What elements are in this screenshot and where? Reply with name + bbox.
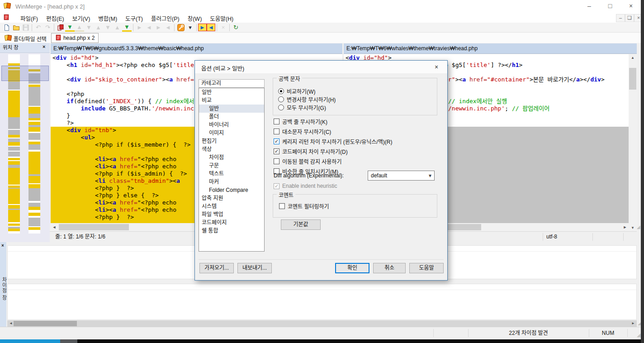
- category-item-편집기[interactable]: 편집기: [199, 137, 264, 145]
- scroll-right-icon[interactable]: ►: [630, 320, 637, 327]
- first-diff-icon[interactable]: ▼: [103, 23, 113, 32]
- vertical-scrollbar[interactable]: ▲ ▼: [629, 54, 637, 231]
- prev-diff-icon[interactable]: ▲: [75, 23, 84, 32]
- copy-all-right-icon[interactable]: ►: [198, 24, 207, 31]
- diff-map-stripe: [8, 168, 20, 184]
- left-file-path-header[interactable]: E:₩Temp₩T₩6₩gnuboard5.3.3.3₩theme₩basic₩…: [51, 43, 342, 54]
- category-item-마커[interactable]: 마커: [199, 178, 264, 186]
- help-button[interactable]: 도움말: [409, 263, 444, 273]
- new-file-icon[interactable]: [2, 23, 11, 32]
- next-conflict-icon[interactable]: ▼: [84, 23, 94, 32]
- window-resize-grip[interactable]: ◢: [637, 332, 640, 338]
- toolbar-separator: [217, 24, 217, 31]
- minimize-button[interactable]: –: [580, 0, 598, 13]
- whitespace-radio[interactable]: 비교하기(W): [278, 87, 315, 95]
- compare-option-checkbox[interactable]: 이동된 블럭 감지 사용하기: [274, 157, 341, 165]
- category-item-일반[interactable]: 일반: [199, 88, 264, 96]
- category-item-코드페이지[interactable]: 코드페이지: [199, 219, 264, 227]
- diff-pane-scroll-thumb[interactable]: [14, 321, 77, 326]
- diff-pane-h-scrollbar[interactable]: ◄ ►: [7, 320, 637, 327]
- diff-pane-close-icon[interactable]: ×: [1, 243, 4, 248]
- comment-filter-checkbox[interactable]: 코멘트 필터링하기: [279, 202, 329, 210]
- import-button[interactable]: 가져오기...: [199, 263, 234, 273]
- category-item-이미지[interactable]: 이미지: [199, 129, 264, 137]
- open-file-icon[interactable]: [11, 23, 21, 32]
- left-h-scroll-thumb[interactable]: [59, 224, 129, 230]
- mdi-restore-button[interactable]: ❏: [625, 14, 634, 22]
- current-diff-icon[interactable]: ▼: [122, 23, 132, 32]
- compare-option-checkbox[interactable]: 공백 줄 무시하기(K): [274, 118, 327, 125]
- location-map-right[interactable]: [28, 54, 40, 233]
- diff-detail-bottom-pane[interactable]: [7, 284, 637, 320]
- auto-merge-icon[interactable]: ×: [218, 23, 228, 32]
- save-icon[interactable]: [21, 23, 30, 32]
- export-button[interactable]: 내보내기...: [237, 263, 272, 273]
- category-item-텍스트[interactable]: 텍스트: [199, 170, 264, 178]
- code-line: }: [52, 112, 70, 119]
- category-item-구문[interactable]: 구문: [199, 162, 264, 170]
- prev-conflict-icon[interactable]: ▲: [94, 23, 103, 32]
- category-item-Folder-Compare[interactable]: Folder Compare: [199, 186, 264, 194]
- whitespace-radio[interactable]: 변경사항 무시하기(H): [278, 95, 336, 103]
- copy-left-icon[interactable]: ◄: [144, 23, 154, 32]
- category-tree[interactable]: 일반비교일반폴더바이너리이미지편집기색상차이점구문텍스트마커Folder Com…: [199, 88, 265, 252]
- copy-right-advance-icon[interactable]: ►: [154, 23, 163, 32]
- compare-option-checkbox[interactable]: 대소문자 무시하기(C): [274, 128, 331, 135]
- plugins-wrench-icon[interactable]: [176, 23, 185, 32]
- compare-icon[interactable]: [56, 23, 65, 32]
- next-diff-icon[interactable]: ▼: [65, 23, 75, 32]
- location-visible-area[interactable]: [1, 66, 49, 81]
- vertical-scroll-thumb[interactable]: [629, 68, 636, 90]
- mdi-minimize-button[interactable]: –: [616, 14, 625, 22]
- category-item-파일-백업[interactable]: 파일 백업: [199, 210, 264, 219]
- category-item-일반[interactable]: 일반: [199, 105, 264, 113]
- category-item-색상[interactable]: 색상: [199, 145, 264, 153]
- tab-head.php-x-2[interactable]: head.php x 2: [51, 33, 99, 43]
- scroll-up-icon[interactable]: ▲: [629, 56, 637, 60]
- compare-option-checkbox[interactable]: ✓케리지 리턴 차이 무시하기 (윈도우/유닉스/맥)(R): [274, 138, 392, 145]
- location-map-left[interactable]: [8, 54, 20, 233]
- defaults-button[interactable]: 기본값: [281, 219, 321, 230]
- copy-left-advance-icon[interactable]: ◄: [163, 23, 173, 32]
- cancel-button[interactable]: 취소: [373, 263, 406, 273]
- right-file-path-header[interactable]: E:₩Temp₩T₩6₩whales₩theme₩travies₩head.ph…: [344, 43, 637, 54]
- category-item-시스템[interactable]: 시스템: [199, 202, 264, 210]
- category-item-바이너리[interactable]: 바이너리: [199, 121, 264, 129]
- toolbar-separator: [174, 24, 175, 31]
- diff-map-stripe: [28, 184, 40, 188]
- taskbar-blue-segment: [0, 339, 60, 343]
- scroll-left-icon[interactable]: ◄: [51, 223, 58, 231]
- plugins-menu-caret-icon[interactable]: ▾: [185, 23, 195, 32]
- close-button[interactable]: ×: [622, 0, 640, 13]
- category-item-압축-지원[interactable]: 압축 지원: [199, 194, 264, 202]
- indent-heuristic-checkbox[interactable]: ✓ Enable indent heuristic: [274, 182, 337, 190]
- refresh-icon[interactable]: ↻: [231, 23, 241, 32]
- tab-폴더/파일-선택[interactable]: 폴더/파일 선택: [1, 34, 50, 43]
- location-pane-close-icon[interactable]: ×: [43, 44, 45, 49]
- toolbar-separator: [229, 24, 230, 31]
- redo-icon[interactable]: ↷: [43, 23, 52, 32]
- compare-option-checkbox[interactable]: ✓코드페이지 차이 무시하기(D): [274, 148, 348, 155]
- location-pane[interactable]: [0, 53, 50, 242]
- location-pane-title: 위치 창: [3, 45, 19, 50]
- category-item-비교[interactable]: 비교: [199, 96, 264, 105]
- scroll-down-icon[interactable]: ▼: [629, 226, 637, 230]
- dialog-title-bar[interactable]: 옵션 (비교 > 일반) ×: [195, 61, 447, 73]
- last-diff-icon[interactable]: ▲: [113, 23, 122, 32]
- category-item-차이점[interactable]: 차이점: [199, 153, 264, 162]
- scroll-right-icon[interactable]: ►: [621, 223, 629, 231]
- copy-all-left-icon[interactable]: ◄: [207, 24, 215, 31]
- category-item-폴더[interactable]: 폴더: [199, 113, 264, 121]
- ok-button[interactable]: 확인: [335, 263, 369, 273]
- diff-algorithm-label: Diff algorithm (Experimental):: [274, 172, 344, 179]
- category-item-쉘-통합[interactable]: 쉘 통합: [199, 227, 264, 235]
- radio-label: 모두 무시하기(G): [287, 104, 326, 111]
- checkbox-icon: [274, 158, 279, 164]
- copy-right-icon[interactable]: ►: [135, 23, 144, 32]
- diff-algorithm-dropdown[interactable]: default ▾: [368, 171, 435, 181]
- maximize-button[interactable]: □: [601, 0, 619, 13]
- window-title: WinMerge - [head.php x 2]: [15, 3, 85, 10]
- dialog-close-icon[interactable]: ×: [435, 63, 438, 71]
- undo-icon[interactable]: ↶: [33, 23, 43, 32]
- whitespace-radio[interactable]: 모두 무시하기(G): [278, 104, 326, 111]
